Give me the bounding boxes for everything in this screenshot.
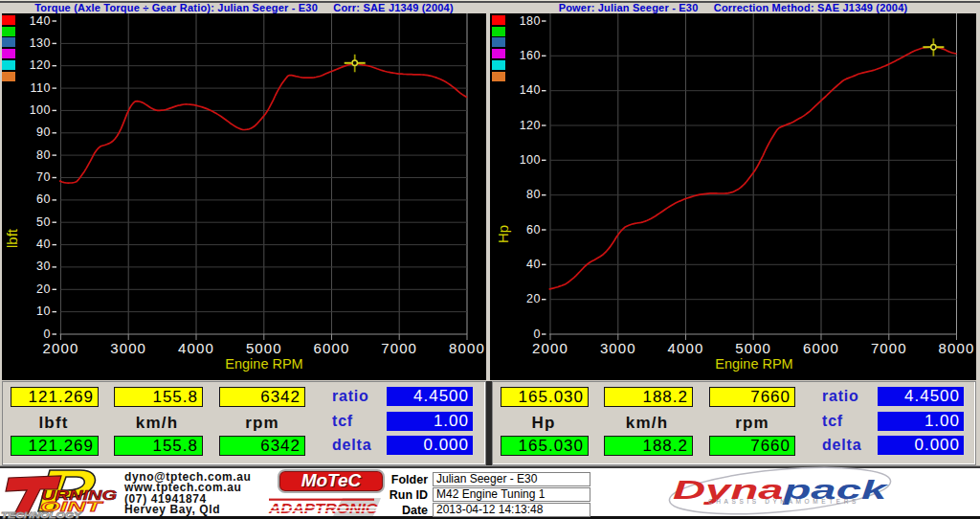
svg-text:CHASSIS DYNAMOMETERS: CHASSIS DYNAMOMETERS <box>708 498 859 505</box>
svg-text:TECHNOLOGY: TECHNOLOGY <box>1 509 83 519</box>
svg-text:ADAPTRONIC: ADAPTRONIC <box>268 502 378 516</box>
